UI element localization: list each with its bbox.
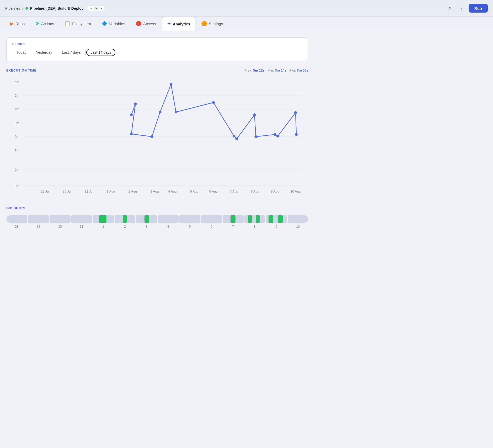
period-sep-2 [57,50,57,55]
incidents-label-9: 9 [266,225,287,228]
tab-analytics[interactable]: ✦ Analytics [162,17,196,31]
stats-min-val: 3m 14s [275,68,286,72]
tab-settings-label: Settings [209,21,223,26]
data-point [134,102,137,105]
tab-access[interactable]: 🔴 Access [131,17,160,31]
data-point [175,111,177,113]
data-point [274,133,276,136]
incident-seg-29 [28,215,49,223]
svg-text:5m: 5m [15,80,19,84]
branch-icon: ✦ [90,6,93,10]
incidents-label-8: 8 [244,225,265,228]
incident-seg-5 [179,215,200,223]
svg-text:30 Jul: 30 Jul [63,190,71,193]
data-point [276,135,279,137]
main-content: PERIOD Today Yesterday Last 7 days Last … [0,31,315,235]
incidents-label-28: 28 [6,225,27,228]
incidents-label-3: 3 [136,225,157,228]
tab-actions[interactable]: ⚙ Actions [30,17,59,31]
tab-runs[interactable]: ▶ Runs [5,17,29,31]
data-point [294,111,297,114]
branch-selector[interactable]: ✦ dev ▾ [87,5,105,11]
incidents-label-7: 7 [223,225,244,228]
period-last14[interactable]: Last 14 days [86,49,115,56]
data-point [151,135,153,138]
execution-time-chart: 5m 5m 4m 3m 2m 1m 0m 0m [6,77,308,202]
actions-icon: ⚙ [35,21,39,26]
data-point [295,133,298,136]
incidents-label-30: 30 [50,225,71,228]
svg-text:6 Aug: 6 Aug [209,190,218,193]
stats-min-label: , Min: [266,68,275,72]
svg-text:7 Aug: 7 Aug [230,190,238,193]
analytics-icon: ✦ [167,21,171,27]
incidents-label-29: 29 [28,225,49,228]
stats-avg-val: 3m 56s [297,68,308,72]
settings-icon: 🟠 [201,21,207,26]
incidents-label-2: 2 [115,225,136,228]
svg-text:3 Aug: 3 Aug [151,190,159,193]
tab-actions-label: Actions [41,21,54,26]
incidents-label-10: 10 [288,225,309,228]
period-sep-1 [31,50,31,55]
incidents-label-1: 1 [93,225,114,228]
svg-text:29 Jul: 29 Jul [41,190,49,193]
tab-filesystem-label: Filesystem [72,21,91,26]
svg-text:9 Aug: 9 Aug [271,190,279,193]
incident-seg-3 [136,215,157,223]
tab-analytics-label: Analytics [173,22,190,26]
incidents-x-labels: 28 29 30 31 1 2 3 4 5 6 7 8 9 10 [6,225,308,228]
incidents-label-4: 4 [158,225,179,228]
svg-text:0m: 0m [15,184,19,188]
data-point [170,83,172,85]
incident-seg-4 [158,215,179,223]
external-link-button[interactable]: ↗ [444,4,454,13]
incident-seg-1 [93,215,114,223]
incident-seg-30 [50,215,71,223]
data-point [254,135,257,138]
svg-text:1m: 1m [15,149,19,152]
incident-seg-9 [266,215,287,223]
incidents-bar [6,215,308,223]
incident-seg-7 [223,215,244,223]
tab-variables[interactable]: 🔷 Variables [97,17,130,31]
incidents-label-31: 31 [71,225,92,228]
chart-svg: 5m 5m 4m 3m 2m 1m 0m 0m [6,77,308,202]
tab-variables-label: Variables [109,21,125,26]
top-actions: ↗ ⋮ Run [444,4,488,13]
svg-text:5 Aug: 5 Aug [190,190,199,193]
tab-settings[interactable]: 🟠 Settings [196,17,228,31]
tab-filesystem[interactable]: 📋 Filesystem [60,17,96,31]
svg-text:4 Aug: 4 Aug [168,190,176,193]
tabs-bar: ▶ Runs ⚙ Actions 📋 Filesystem 🔷 Variable… [0,17,493,31]
data-point [212,101,215,104]
stats-max-val: 5m 12s [253,68,265,72]
access-icon: 🔴 [136,21,141,26]
period-card: PERIOD Today Yesterday Last 7 days Last … [6,37,308,61]
period-sep-3 [85,50,86,55]
period-yesterday[interactable]: Yesterday [32,49,56,56]
period-options: Today Yesterday Last 7 days Last 14 days [12,49,302,56]
data-point [130,113,133,116]
more-options-button[interactable]: ⋮ [457,4,466,13]
incident-seg-8 [244,215,265,223]
execution-time-title: EXECUTION TIME [6,69,36,72]
run-button[interactable]: Run [469,4,488,13]
external-link-icon: ↗ [447,6,451,11]
svg-text:10 Aug: 10 Aug [290,190,301,193]
svg-text:2 Aug: 2 Aug [128,190,137,193]
breadcrumb-pipelines[interactable]: Pipelines [5,6,20,10]
more-options-icon: ⋮ [459,6,464,11]
period-today[interactable]: Today [12,49,30,56]
data-point [253,113,256,116]
runs-icon: ▶ [10,21,14,26]
tab-runs-label: Runs [15,21,25,26]
svg-text:2m: 2m [15,135,19,139]
breadcrumb-separator: / [22,6,23,10]
svg-text:0m: 0m [15,168,19,171]
incident-seg-10 [288,215,309,223]
execution-time-line [131,84,296,139]
period-last7[interactable]: Last 7 days [58,49,85,56]
incident-seg-28 [6,215,27,223]
variables-icon: 🔷 [101,21,107,26]
